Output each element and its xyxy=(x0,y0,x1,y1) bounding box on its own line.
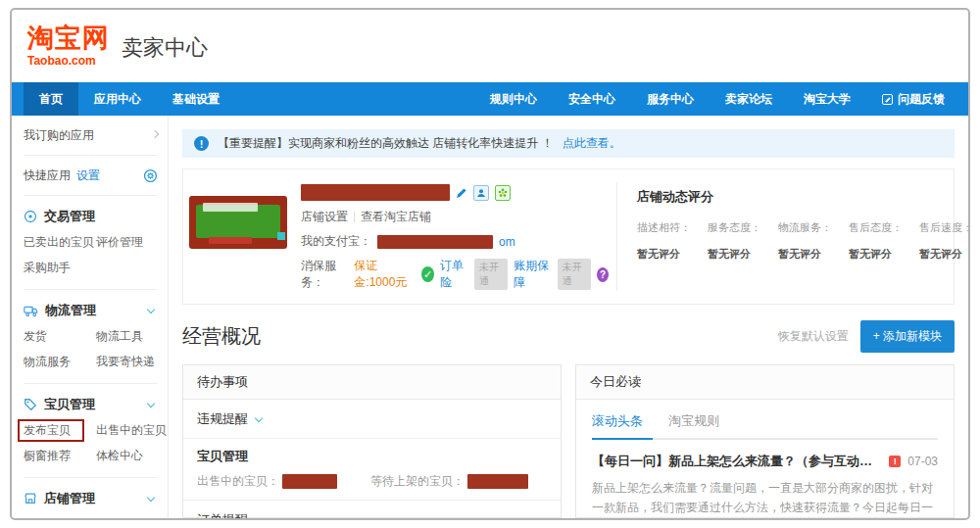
my-apps-label: 我订购的应用 xyxy=(24,127,94,144)
article-1-body-text: 新品上架怎么来流量？流量问题，一直是大部分商家的困扰，针对一款新品，我们需要通过… xyxy=(592,481,933,520)
nav-tab-app-center[interactable]: 应用中心 xyxy=(78,82,157,116)
help-question-icon[interactable]: ? xyxy=(597,267,609,282)
waiting-count-redacted xyxy=(467,474,528,489)
chevron-down-icon xyxy=(255,413,263,421)
taobao-logo[interactable]: 淘宝网 Taobao.com xyxy=(27,25,110,67)
overview-panels: 待办事项 违规提醒 宝贝管理 出售中的宝贝： xyxy=(182,364,955,518)
dsr-item-logistics: 物流服务： 暂无评分 xyxy=(778,220,832,262)
nav-service-center[interactable]: 服务中心 xyxy=(631,82,710,116)
nav-rules-center[interactable]: 规则中心 xyxy=(474,82,553,116)
reset-default-link[interactable]: 恢复默认设置 xyxy=(778,328,849,345)
deposit-link[interactable]: 保证金:1000元 xyxy=(354,258,416,291)
sidebar-link-send-express[interactable]: 我要寄快递 xyxy=(96,354,158,370)
sidebar-link-health-center[interactable]: 体检中心 xyxy=(96,448,167,464)
sidebar-section-logistics-header[interactable]: 物流管理 xyxy=(24,302,158,319)
hot-icon: ! xyxy=(889,456,901,467)
article-1-title-row[interactable]: 【每日一问】新品上架怎么来流量？（参与互动有奖励） ! 07-03 xyxy=(592,453,938,470)
violation-label: 违规提醒 xyxy=(197,410,248,428)
todo-panel-header: 待办事项 xyxy=(183,365,561,400)
chevron-down-icon[interactable] xyxy=(147,493,155,501)
sidebar-link-view-shop[interactable]: 查看淘宝店铺 xyxy=(24,516,84,520)
trade-icon xyxy=(24,210,37,223)
sidebar-link-review-mgmt[interactable]: 评价管理 xyxy=(96,234,158,251)
dsr-value: 暂无评分 xyxy=(919,247,970,262)
sidebar-section-trade-header[interactable]: 交易管理 xyxy=(24,208,158,225)
shop-avatar-corner-mark xyxy=(277,232,285,240)
todo-order-reminder-row[interactable]: 订单提醒 xyxy=(183,501,561,520)
chevron-right-icon xyxy=(151,129,159,137)
dsr-item-aftersale-speed: 售后速度： 暂无评分 xyxy=(919,220,970,262)
sidebar-section-items: 宝贝管理 发布宝贝 出售中的宝贝 橱窗推荐 体检中心 xyxy=(24,384,158,478)
shop-avatar-banner-subtext xyxy=(209,237,252,244)
add-module-button[interactable]: + 添加新模块 xyxy=(860,320,955,353)
sidebar-link-logistics-tools[interactable]: 物流工具 xyxy=(96,328,158,345)
nav-security-center[interactable]: 安全中心 xyxy=(553,82,631,116)
sidebar-section-shop-header[interactable]: 店铺管理 xyxy=(24,490,158,507)
waiting-label: 等待上架的宝贝： xyxy=(370,473,465,490)
main-nav-left: 首页 应用中心 基础设置 xyxy=(24,82,235,116)
alipay-row: 我的支付宝： om xyxy=(301,233,609,250)
notice-bar: ! 【重要提醒】实现商家和粉丝的高效触达 店铺转化率快速提升 ！ 点此查看。 xyxy=(182,129,955,158)
waiting-count[interactable]: 等待上架的宝贝： xyxy=(370,473,528,490)
chevron-down-icon xyxy=(255,514,263,520)
sidebar-section-shop: 店铺管理 查看淘宝店铺 店铺装修 图片空间 手机淘宝店铺 xyxy=(24,478,158,520)
billing-guarantee-link[interactable]: 账期保障 xyxy=(514,258,552,291)
sidebar-link-logistics-service[interactable]: 物流服务 xyxy=(24,354,84,370)
overview-actions: 恢复默认设置 + 添加新模块 xyxy=(778,320,955,353)
shop-avatar[interactable] xyxy=(189,196,287,249)
trade-section-title: 交易管理 xyxy=(44,208,95,225)
sidebar-item-my-apps[interactable]: 我订购的应用 xyxy=(24,116,158,156)
sidebar: 我订购的应用 快捷应用 设置 xyxy=(12,116,169,518)
nav-tab-home[interactable]: 首页 xyxy=(24,82,78,116)
logistics-icon xyxy=(24,305,38,317)
sidebar-link-publish-item-highlighted[interactable]: 发布宝贝 xyxy=(18,419,84,442)
article-1-title: 【每日一问】新品上架怎么来流量？（参与互动有奖励） xyxy=(592,453,882,470)
chevron-down-icon[interactable] xyxy=(147,305,155,312)
todo-violation-row[interactable]: 违规提醒 xyxy=(183,400,561,439)
app-window: 淘宝网 Taobao.com 卖家中心 首页 应用中心 基础设置 规则中心 安全… xyxy=(10,8,970,520)
storefront-icon xyxy=(24,492,37,505)
dsr-label: 售后速度： xyxy=(919,220,970,235)
tab-taobao-rules[interactable]: 淘宝规则 xyxy=(668,412,719,438)
sidebar-link-window-recommend[interactable]: 橱窗推荐 xyxy=(24,448,84,464)
view-taobao-shop-link[interactable]: 查看淘宝店铺 xyxy=(361,209,431,225)
dsr-item-service: 服务态度： 暂无评分 xyxy=(708,220,761,262)
nav-feedback[interactable]: 问题反馈 xyxy=(866,82,960,116)
nav-seller-forum[interactable]: 卖家论坛 xyxy=(710,82,788,116)
shop-links: 查看淘宝店铺 店铺装修 图片空间 手机淘宝店铺 xyxy=(24,516,158,520)
sidebar-link-sold-items[interactable]: 已卖出的宝贝 xyxy=(24,234,84,251)
info-icon: ! xyxy=(194,136,209,151)
article-1-date: 07-03 xyxy=(907,455,938,468)
sidebar-link-shop-decoration[interactable]: 店铺装修 xyxy=(96,516,167,520)
order-reminder-label: 订单提醒 xyxy=(197,511,248,520)
edit-pencil-icon[interactable] xyxy=(456,187,467,199)
sidebar-link-purchase-helper[interactable]: 采购助手 xyxy=(24,260,84,276)
dsr-label: 售后态度： xyxy=(849,220,903,235)
dsr-item-description: 描述相符： 暂无评分 xyxy=(637,220,691,262)
sidebar-link-ship[interactable]: 发货 xyxy=(24,328,84,345)
taobao-logo-cn: 淘宝网 xyxy=(27,25,110,52)
sidebar-section-items-header[interactable]: 宝贝管理 xyxy=(24,396,158,413)
tab-headlines[interactable]: 滚动头条 xyxy=(592,412,643,438)
page-title: 卖家中心 xyxy=(122,33,208,63)
todo-item-mgmt-block: 宝贝管理 出售中的宝贝： 等待上架的宝贝： xyxy=(183,439,561,501)
notice-view-link[interactable]: 点此查看。 xyxy=(563,135,621,152)
dsr-item-aftersale-attitude: 售后态度： 暂无评分 xyxy=(849,220,903,262)
item-mgmt-counts: 出售中的宝贝： 等待上架的宝贝： xyxy=(197,473,547,490)
tab-track xyxy=(592,438,938,440)
quick-apps-settings-link[interactable]: 设置 xyxy=(76,168,100,184)
shop-settings-link[interactable]: 店铺设置 xyxy=(301,209,348,225)
shop-summary-card: 店铺设置 查看淘宝店铺 我的支付宝： om 消保服务： 保证金:1000元 xyxy=(182,168,955,305)
main-nav: 首页 应用中心 基础设置 规则中心 安全中心 服务中心 卖家论坛 淘宝大学 问题… xyxy=(12,82,968,116)
items-links: 发布宝贝 出售中的宝贝 橱窗推荐 体检中心 xyxy=(24,422,158,464)
on-sale-count[interactable]: 出售中的宝贝： xyxy=(197,473,337,490)
publish-item-label: 发布宝贝 xyxy=(24,423,71,437)
nav-taobao-university[interactable]: 淘宝大学 xyxy=(788,82,866,116)
nav-tab-basic-settings[interactable]: 基础设置 xyxy=(157,82,235,116)
sidebar-link-on-sale-items[interactable]: 出售中的宝贝 xyxy=(96,422,167,439)
chevron-down-icon[interactable] xyxy=(147,399,155,407)
shop-info: 店铺设置 查看淘宝店铺 我的支付宝： om 消保服务： 保证金:1000元 xyxy=(301,182,609,291)
overview-header-row: 经营概况 恢复默认设置 + 添加新模块 xyxy=(182,320,955,353)
order-insurance-link[interactable]: 订单险 xyxy=(440,258,468,291)
gear-icon[interactable] xyxy=(143,168,158,183)
